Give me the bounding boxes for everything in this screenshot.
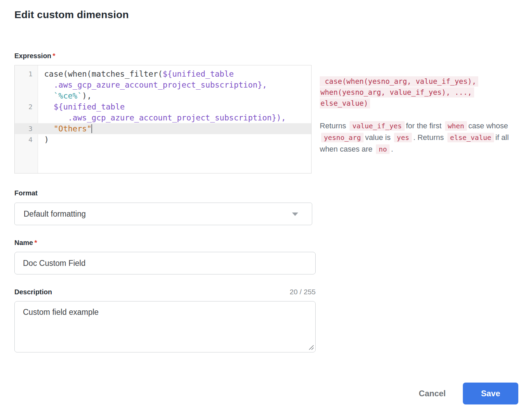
line-number: 2 [15, 101, 38, 112]
editor-row[interactable]: 3 "Others" [15, 123, 311, 134]
format-label: Format [14, 189, 38, 197]
line-number: 1 [15, 68, 38, 79]
description-label: Description [14, 288, 52, 296]
code-line: .aws_gcp_azure_account_project_subscript… [38, 112, 286, 123]
format-select[interactable]: Default formatting [14, 203, 312, 225]
dialog-footer: Cancel Save [419, 383, 518, 404]
cancel-button[interactable]: Cancel [419, 389, 446, 398]
character-counter: 20 / 255 [290, 288, 316, 296]
code-line: .aws_gcp_azure_account_project_subscript… [38, 79, 267, 90]
resize-handle-icon[interactable] [308, 345, 314, 350]
expression-editor-rows: 1case(when(matches_filter(${unified_tabl… [15, 65, 311, 145]
function-signature: case(when(yesno_arg, value_if_yes),when(… [320, 76, 511, 109]
required-asterisk: * [34, 239, 37, 246]
editor-row[interactable]: .aws_gcp_azure_account_project_subscript… [15, 112, 311, 123]
code-line: ${unified_table [38, 101, 125, 112]
code-line: `%ce%`), [38, 90, 92, 101]
code-line: "Others" [38, 123, 92, 134]
description-textarea[interactable]: Custom field example [14, 301, 316, 352]
line-number [15, 112, 38, 123]
function-docs-panel: case(when(yesno_arg, value_if_yes),when(… [320, 76, 511, 155]
code-line: ) [38, 134, 49, 145]
line-number: 3 [15, 123, 38, 134]
line-number: 4 [15, 134, 38, 145]
save-button[interactable]: Save [463, 383, 518, 404]
expression-label-text: Expression [14, 52, 51, 60]
name-input[interactable] [14, 252, 316, 274]
line-number [15, 90, 38, 101]
function-description: Returns value_if_yesfor the first whenca… [320, 120, 511, 155]
editor-row[interactable]: 1case(when(matches_filter(${unified_tabl… [15, 68, 311, 79]
required-asterisk: * [53, 52, 55, 60]
description-header: Description 20 / 255 [14, 288, 316, 296]
editor-row[interactable]: .aws_gcp_azure_account_project_subscript… [15, 79, 311, 90]
name-label: Name* [14, 239, 37, 247]
format-selected-value: Default formatting [24, 209, 86, 218]
expression-label: Expression* [14, 52, 55, 60]
edit-custom-dimension-dialog: Edit custom dimension Expression* 1case(… [0, 0, 532, 412]
editor-row[interactable]: 4) [15, 134, 311, 145]
editor-row[interactable]: 2 ${unified_table [15, 101, 311, 112]
editor-row[interactable]: `%ce%`), [15, 90, 311, 101]
chevron-down-icon [292, 213, 298, 216]
text-cursor [91, 124, 92, 133]
code-line: case(when(matches_filter(${unified_table [38, 68, 234, 79]
line-number [15, 79, 38, 90]
expression-code-editor[interactable]: 1case(when(matches_filter(${unified_tabl… [14, 65, 312, 173]
name-label-text: Name [14, 239, 33, 246]
page-title: Edit custom dimension [14, 9, 129, 21]
